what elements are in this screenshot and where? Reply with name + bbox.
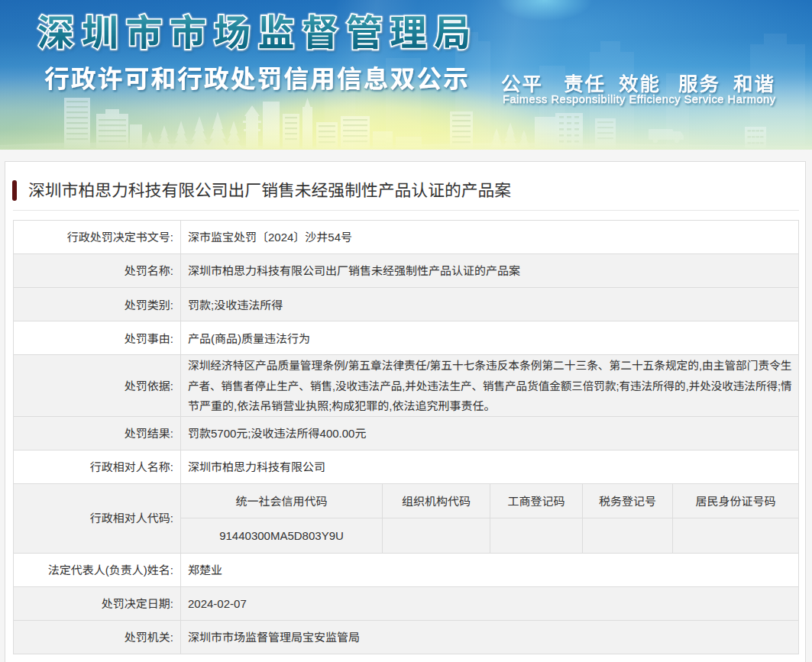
svg-text:行政许可和行政处罚信用信息双公示: 行政许可和行政处罚信用信息双公示 [44, 59, 470, 95]
svg-text:和谐: 和谐 [733, 68, 775, 96]
svg-text:公平: 公平 [501, 68, 543, 96]
svg-text:效能: 效能 [619, 68, 661, 96]
svg-text:服务: 服务 [678, 68, 720, 96]
svg-text:Faimess Responsibility Effic: Faimess Responsibility Efficiency Servic… [503, 93, 776, 105]
svg-text:深圳市市场监督管理局: 深圳市市场监督管理局 [37, 3, 478, 57]
svg-text:责任: 责任 [564, 68, 606, 96]
